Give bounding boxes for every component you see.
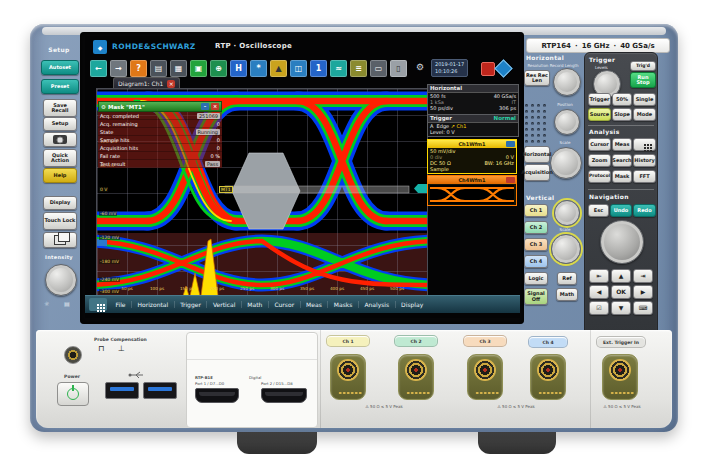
close-icon[interactable]: ×: [211, 103, 219, 110]
menu-display[interactable]: Display: [395, 301, 429, 308]
horizontal-resolution-knob[interactable]: [553, 68, 581, 96]
menu-trigger[interactable]: Trigger: [174, 301, 207, 308]
annotation-icon[interactable]: ▲: [270, 60, 287, 77]
autoset-button[interactable]: Autoset: [41, 60, 79, 75]
preset-button[interactable]: Preset: [41, 79, 79, 94]
horizontal-button[interactable]: Horizontal: [524, 146, 550, 163]
right-key[interactable]: ▶: [633, 285, 653, 299]
measure-icon[interactable]: ≡: [350, 60, 367, 77]
res-rec-len-button[interactable]: Res Rec Len: [524, 70, 550, 86]
horizontal-position-knob[interactable]: [554, 109, 580, 135]
keyboard-key[interactable]: ⌨: [633, 301, 653, 315]
display-button[interactable]: Display: [43, 196, 77, 210]
zoom-icon[interactable]: ⊕: [210, 60, 227, 77]
mode-button[interactable]: Mode: [633, 108, 656, 121]
logic-button[interactable]: Logic: [524, 272, 548, 285]
undo-icon[interactable]: ←: [90, 60, 107, 77]
display-icon[interactable]: ◫: [290, 60, 307, 77]
gear-icon[interactable]: ⚙: [101, 104, 106, 110]
acquisition-button[interactable]: Acquisition: [524, 164, 550, 181]
horizontal-info-panel[interactable]: Horizontal 500 fs40 GSa/s 1 kSaIT 50 ps/…: [427, 84, 519, 115]
ok-key[interactable]: OK: [611, 285, 631, 299]
undo-button[interactable]: Undo: [610, 204, 632, 217]
display-switch-button[interactable]: [43, 232, 77, 248]
math-button[interactable]: Math: [556, 288, 578, 301]
screenshot-icon[interactable]: ▣: [190, 60, 207, 77]
trigger-button[interactable]: Trigger: [588, 93, 611, 106]
channel4-signal-box[interactable]: Ch4Wfm1: [427, 175, 517, 206]
search-icon[interactable]: H: [230, 60, 247, 77]
eye-diagram-plot[interactable]: 120 mV 60 mV 0 V -60 mV -120 mV -180 mV …: [96, 88, 428, 297]
clipboard-icon[interactable]: ▯: [390, 60, 407, 77]
spectrum-icon[interactable]: ≈: [330, 60, 347, 77]
search-button[interactable]: Search: [612, 154, 632, 167]
esc-button[interactable]: Esc: [588, 204, 609, 217]
menu-cursor[interactable]: Cursor: [268, 301, 300, 308]
channel2-button[interactable]: Ch 2: [524, 221, 548, 234]
minimize-icon[interactable]: –: [201, 103, 209, 110]
single-button[interactable]: Single: [633, 93, 656, 106]
mask-button[interactable]: Mask: [612, 170, 632, 183]
minimize-icon[interactable]: [506, 141, 515, 147]
trigger-info-panel[interactable]: TriggerNormal A Edge ↗ Ch1 Level: 0 V: [427, 114, 519, 137]
channel1-signal-box[interactable]: Ch1Wfm1 50 mV/div 0 div0 V DC 50 ΩBW: 16…: [427, 139, 517, 174]
touch-lock-button[interactable]: Touch Lock: [43, 212, 77, 230]
gear-icon[interactable]: ⚙: [416, 62, 424, 72]
tab-left-key[interactable]: ⇤: [589, 269, 609, 283]
trigger-level-flag[interactable]: [414, 184, 427, 193]
menu-math[interactable]: Math: [241, 301, 268, 308]
checkbox-key[interactable]: ☑: [589, 301, 609, 315]
help-icon[interactable]: ?: [130, 60, 147, 77]
cursor-button[interactable]: Cursor: [588, 138, 611, 151]
menu-vertical[interactable]: Vertical: [206, 301, 240, 308]
redo-icon[interactable]: →: [110, 60, 127, 77]
meas-button[interactable]: Meas: [612, 138, 632, 151]
horizontal-scale-knob[interactable]: [550, 147, 582, 179]
zoom-button[interactable]: Zoom: [588, 154, 611, 167]
close-icon[interactable]: [506, 177, 515, 183]
redo-button[interactable]: Redo: [633, 204, 656, 217]
camera-button[interactable]: [43, 132, 77, 147]
fft-button[interactable]: FFT: [633, 170, 656, 183]
history-button[interactable]: History: [633, 154, 656, 167]
intensity-knob[interactable]: [45, 264, 77, 296]
menu-masks[interactable]: Masks: [327, 301, 358, 308]
ref-button[interactable]: Ref: [557, 272, 577, 285]
vertical-position-knob[interactable]: [554, 200, 580, 226]
fifty-percent-button[interactable]: 50%: [612, 93, 632, 106]
down-key[interactable]: ▼: [611, 301, 631, 315]
x-axis-label: 100 ps: [142, 286, 172, 291]
cursor1-icon[interactable]: 1: [310, 60, 327, 77]
slope-button[interactable]: Slope: [612, 108, 632, 121]
tab-right-key[interactable]: ⇥: [633, 269, 653, 283]
quick-action-button[interactable]: Quick Action: [43, 149, 77, 167]
signal-off-button[interactable]: Signal Off: [524, 288, 548, 305]
channel1-button[interactable]: Ch 1: [524, 204, 548, 217]
apps-menu-button[interactable]: [89, 298, 107, 311]
open-file-icon[interactable]: ▤: [150, 60, 167, 77]
apps-button[interactable]: [633, 138, 656, 151]
channel3-button[interactable]: Ch 3: [524, 238, 548, 251]
power-button[interactable]: [57, 382, 89, 406]
mask-panel-titlebar[interactable]: ⚙ Mask "MT1" – ×: [98, 101, 222, 112]
menu-horizontal[interactable]: Horizontal: [131, 301, 174, 308]
source-button[interactable]: Source: [588, 108, 611, 121]
menu-meas[interactable]: Meas: [300, 301, 328, 308]
menu-analysis[interactable]: Analysis: [358, 301, 395, 308]
print-icon[interactable]: ▭: [370, 60, 387, 77]
help-button[interactable]: Help: [43, 168, 77, 183]
save-icon[interactable]: ▦: [170, 60, 187, 77]
save-recall-button[interactable]: Save Recall: [43, 99, 77, 117]
vertical-scale-knob[interactable]: [551, 234, 581, 264]
tab-close-icon[interactable]: ×: [167, 80, 175, 88]
navigation-rotary-knob[interactable]: [600, 220, 644, 264]
run-stop-button[interactable]: Run Stop: [630, 72, 656, 88]
up-key[interactable]: ▲: [611, 269, 631, 283]
settings-icon[interactable]: *: [250, 60, 267, 77]
setup-button[interactable]: Setup: [43, 117, 77, 131]
mask-results-panel[interactable]: ⚙ Mask "MT1" – × Acq. completed251069 Ac…: [98, 101, 222, 168]
channel4-button[interactable]: Ch 4: [524, 255, 548, 268]
left-key[interactable]: ◀: [589, 285, 609, 299]
protocol-button[interactable]: Protocol: [588, 170, 611, 183]
menu-file[interactable]: File: [110, 301, 131, 308]
